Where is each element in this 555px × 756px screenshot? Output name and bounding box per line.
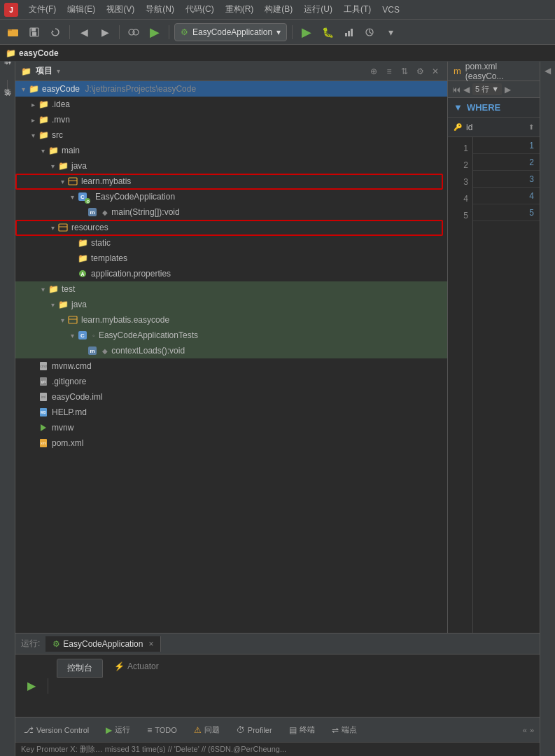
endpoints-icon: ⇌ <box>332 725 339 735</box>
status-version-control[interactable]: ⎇ Version Control <box>21 724 92 736</box>
tree-arrow-test[interactable] <box>38 284 48 294</box>
tree-item-easy-code-tests[interactable]: C ◦ EasyCodeApplicationTests <box>15 328 447 343</box>
status-more-left[interactable]: « <box>523 726 527 734</box>
db-cell-1[interactable]: 1 <box>473 137 540 154</box>
open-folder-button[interactable] <box>4 23 22 41</box>
status-problems[interactable]: ⚠ 问题 <box>191 723 223 736</box>
forward-button[interactable]: ▶ <box>96 23 114 41</box>
status-todo[interactable]: ≡ TODO <box>144 724 180 736</box>
tree-arrow-main-method <box>77 207 87 217</box>
profile-button[interactable] <box>360 23 379 41</box>
menu-code[interactable]: 代码(C) <box>181 2 219 17</box>
sort-icon[interactable]: ⇅ <box>398 65 411 78</box>
menu-navigate[interactable]: 导航(N) <box>141 2 179 17</box>
run-tab-easy-code[interactable]: ⚙ EasyCodeApplication × <box>45 636 161 652</box>
arrow-button[interactable]: ▶ <box>146 23 164 41</box>
settings-icon[interactable]: ⚙ <box>414 65 426 78</box>
tree-arrow-test-java[interactable] <box>48 300 57 309</box>
db-nav-prev[interactable]: ◀ <box>463 85 470 94</box>
tree-item-templates[interactable]: 📁 templates <box>15 251 447 266</box>
tree-item-app-props[interactable]: A application.properties <box>15 266 447 281</box>
db-nav-rows[interactable]: 5 行 ▼ <box>472 83 502 95</box>
menu-build[interactable]: 构建(B) <box>260 2 297 17</box>
db-nav-next[interactable]: ▶ <box>505 85 511 94</box>
tree-item-resources[interactable]: resources <box>15 220 447 235</box>
db-nav-first[interactable]: ⏮ <box>452 85 461 94</box>
add-icon[interactable]: ⊕ <box>367 65 380 78</box>
tree-item-pom-xml[interactable]: xml pom.xml <box>15 435 447 451</box>
tree-item-test[interactable]: 📁 test <box>15 281 447 297</box>
sort-icon[interactable]: ⬆ <box>528 123 534 131</box>
tree-arrow-mvnw-cmd <box>28 361 38 371</box>
tree-arrow-easy-code-tests[interactable] <box>67 330 77 340</box>
tree-arrow-src[interactable] <box>28 130 38 140</box>
tree-item-src[interactable]: 📁 src <box>15 127 447 143</box>
menu-refactor[interactable]: 重构(R) <box>220 2 259 17</box>
reload-button[interactable] <box>46 23 64 41</box>
tree-item-root[interactable]: 📁 easyCode J:\jetbrainsProjects\easyCode <box>15 81 447 97</box>
tree-arrow-java[interactable] <box>48 161 57 171</box>
tree-item-mvnw-cmd[interactable]: cmd mvnw.cmd <box>15 358 447 374</box>
run-tab-close[interactable]: × <box>148 639 153 649</box>
collapse-icon[interactable]: ≡ <box>383 65 395 78</box>
db-cell-3[interactable]: 3 <box>473 171 540 188</box>
run-start-button[interactable]: ▶ <box>24 678 39 694</box>
menu-vcs[interactable]: VCS <box>377 4 405 16</box>
app-selector[interactable]: ⚙ EasyCodeApplication ▾ <box>174 23 287 41</box>
tree-arrow-resources[interactable] <box>48 223 57 232</box>
more-button[interactable]: ▾ <box>381 23 400 41</box>
run-tab-console[interactable]: 控制台 <box>57 659 103 678</box>
tree-item-mvn[interactable]: 📁 .mvn <box>15 112 447 127</box>
menu-view[interactable]: 视图(V) <box>101 2 139 17</box>
close-icon[interactable]: ✕ <box>429 65 442 78</box>
tree-item-main[interactable]: 📁 main <box>15 143 447 158</box>
menu-tools[interactable]: 工具(T) <box>339 2 376 17</box>
status-run[interactable]: ▶ 运行 <box>103 723 133 736</box>
coverage-button[interactable] <box>339 23 358 41</box>
tree-item-context-loads[interactable]: m ◆ contextLoads():void <box>15 343 447 358</box>
tree-item-test-java[interactable]: 📁 java <box>15 297 447 312</box>
tree-arrow-easy-code-app[interactable] <box>67 192 77 202</box>
back-button[interactable]: ◀ <box>75 23 93 41</box>
tree-item-learn-mybatis[interactable]: learn.mybatis <box>15 174 447 189</box>
tree-item-idea[interactable]: 📁 .idea <box>15 97 447 112</box>
tree-arrow-idea[interactable] <box>28 99 38 109</box>
tree-label-help-md: HELP.md <box>52 407 87 417</box>
structure-icon[interactable]: 结构 <box>1 64 14 77</box>
tree-item-easy-code-app[interactable]: C ⚙ EasyCodeApplication <box>15 189 447 204</box>
tree-label-test-java: java <box>71 300 87 309</box>
tree-arrow-mvn[interactable] <box>28 115 38 125</box>
tree-item-mvnw[interactable]: mvnw <box>15 420 447 435</box>
run-tab-actuator[interactable]: ⚡ Actuator <box>104 659 169 674</box>
tree-item-gitignore[interactable]: git .gitignore <box>15 374 447 389</box>
tree-item-iml[interactable]: iml easyCode.iml <box>15 389 447 405</box>
menu-edit[interactable]: 编辑(E) <box>62 2 100 17</box>
file-tree-content: 📁 easyCode J:\jetbrainsProjects\easyCode… <box>15 81 447 633</box>
tree-item-learn-mybatis-easycode[interactable]: learn.mybatis.easycode <box>15 312 447 328</box>
tree-item-main-method[interactable]: m ◆ main(String[]):void <box>15 204 447 220</box>
db-cell-4[interactable]: 4 <box>473 188 540 204</box>
tree-arrow-learn-mybatis[interactable] <box>57 176 67 186</box>
status-more-right[interactable]: » <box>530 726 534 734</box>
status-endpoints[interactable]: ⇌ 端点 <box>329 723 360 736</box>
svg-text:J: J <box>9 6 13 14</box>
status-terminal[interactable]: ▤ 终端 <box>286 723 318 736</box>
save-button[interactable] <box>25 23 43 41</box>
tree-arrow-learn-mybatis-easycode[interactable] <box>57 315 67 325</box>
tree-item-java[interactable]: 📁 java <box>15 158 447 174</box>
tree-item-help-md[interactable]: MD HELP.md <box>15 405 447 420</box>
menu-run[interactable]: 运行(U) <box>299 2 337 17</box>
db-cell-5[interactable]: 5 <box>473 204 540 221</box>
status-profiler[interactable]: ⏱ Profiler <box>234 724 275 736</box>
menu-file[interactable]: 文件(F) <box>24 2 61 17</box>
folder-icon-static: 📁 <box>77 237 88 248</box>
right-strip-collapse[interactable]: ◀ <box>542 64 554 77</box>
tree-arrow-root[interactable] <box>18 84 28 94</box>
db-cell-2[interactable]: 2 <box>473 154 540 171</box>
tree-arrow-main[interactable] <box>38 146 48 155</box>
run-button[interactable]: ▶ <box>297 23 316 41</box>
debug-button[interactable]: 🐛 <box>318 23 337 41</box>
bookmarks-icon[interactable]: 书签 <box>1 95 14 108</box>
switcher-button[interactable] <box>125 23 143 41</box>
tree-item-static[interactable]: 📁 static <box>15 235 447 251</box>
